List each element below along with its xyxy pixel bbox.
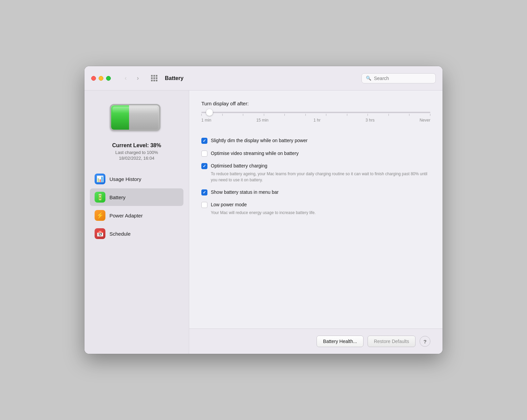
title-bar: ‹ › Battery 🔍 xyxy=(84,66,443,90)
last-charged-label: Last charged to 100% xyxy=(112,150,161,155)
slider-label-3hrs: 3 hrs xyxy=(366,118,375,123)
sidebar-item-battery[interactable]: 🔋 Battery xyxy=(90,188,183,206)
usage-history-icon: 📊 xyxy=(95,174,105,184)
battery-status-label: Show battery status in menu bar xyxy=(211,189,279,195)
slider-label-never: Never xyxy=(420,118,430,123)
sidebar-item-usage-history[interactable]: 📊 Usage History xyxy=(90,170,183,188)
search-input[interactable] xyxy=(374,76,431,81)
battery-sheen xyxy=(112,107,158,113)
slider-label-1hr: 1 hr xyxy=(313,118,321,123)
display-off-section: Turn display off after: xyxy=(201,101,430,125)
optimised-charging-checkbox-wrapper[interactable] xyxy=(201,163,207,169)
optimised-charging-label: Optimised battery charging xyxy=(211,163,267,168)
slider-label-1min: 1 min xyxy=(201,118,211,123)
slider-tick xyxy=(284,114,285,116)
low-power-desc: Your Mac will reduce energy usage to inc… xyxy=(211,210,430,216)
battery-status-text: Show battery status in menu bar xyxy=(211,189,430,196)
restore-defaults-button[interactable]: Restore Defaults xyxy=(368,336,416,347)
sidebar-item-power-adapter[interactable]: ⚡ Power Adapter xyxy=(90,207,183,224)
video-streaming-checkbox-wrapper[interactable] xyxy=(201,151,207,157)
slider-ticks xyxy=(201,114,430,116)
sidebar-item-schedule[interactable]: 📅 Schedule xyxy=(90,225,183,242)
charge-date: 18/02/2022, 16:04 xyxy=(112,156,161,161)
option-battery-status: Show battery status in menu bar xyxy=(201,189,430,196)
main-content: Current Level: 38% Last charged to 100% … xyxy=(84,90,443,354)
slider-tick xyxy=(326,114,326,116)
sidebar-item-label: Schedule xyxy=(109,231,131,237)
forward-button[interactable]: › xyxy=(132,73,143,84)
battery-body xyxy=(110,104,160,131)
option-dim-display: Slightly dim the display while on batter… xyxy=(201,137,430,144)
slider-tick xyxy=(222,114,223,116)
search-bar[interactable]: 🔍 xyxy=(361,73,436,83)
low-power-label: Low power mode xyxy=(211,202,247,207)
low-power-text: Low power mode Your Mac will reduce ener… xyxy=(211,202,430,216)
back-button[interactable]: ‹ xyxy=(120,73,131,84)
slider-labels: 1 min 15 min 1 hr 3 hrs Never xyxy=(201,118,430,123)
video-streaming-checkbox[interactable] xyxy=(201,151,207,157)
video-streaming-text: Optimise video streaming while on batter… xyxy=(211,150,430,157)
options-section: Slightly dim the display while on batter… xyxy=(201,137,430,222)
help-button[interactable]: ? xyxy=(420,336,430,347)
sidebar: Current Level: 38% Last charged to 100% … xyxy=(84,90,189,354)
system-preferences-window: ‹ › Battery 🔍 xyxy=(84,66,443,354)
display-off-label: Turn display off after: xyxy=(201,101,430,106)
slider-tick xyxy=(201,114,202,116)
search-icon: 🔍 xyxy=(366,76,371,81)
right-panel-wrapper: Turn display off after: xyxy=(189,90,443,354)
optimised-charging-desc: To reduce battery ageing, your Mac learn… xyxy=(211,171,430,183)
grid-view-button[interactable] xyxy=(149,73,159,84)
slider-tick xyxy=(409,114,409,116)
battery-status-checkbox[interactable] xyxy=(201,189,207,195)
option-optimised-charging: Optimised battery charging To reduce bat… xyxy=(201,163,430,183)
option-video-streaming: Optimise video streaming while on batter… xyxy=(201,150,430,157)
close-button[interactable] xyxy=(91,76,96,81)
battery-info: Current Level: 38% Last charged to 100% … xyxy=(112,142,161,161)
dim-display-text: Slightly dim the display while on batter… xyxy=(211,137,430,144)
slider-container[interactable]: 1 min 15 min 1 hr 3 hrs Never xyxy=(201,112,430,123)
nav-buttons: ‹ › xyxy=(120,73,143,84)
low-power-checkbox-wrapper[interactable] xyxy=(201,202,207,208)
battery-nav-icon: 🔋 xyxy=(95,192,105,203)
right-panel: Turn display off after: xyxy=(189,90,443,329)
slider-tick xyxy=(388,114,389,116)
battery-level: Current Level: 38% xyxy=(112,142,161,149)
battery-icon xyxy=(110,101,164,134)
option-low-power: Low power mode Your Mac will reduce ener… xyxy=(201,202,430,216)
schedule-icon: 📅 xyxy=(95,228,105,239)
battery-status-checkbox-wrapper[interactable] xyxy=(201,189,207,195)
slider-track xyxy=(201,112,430,113)
battery-health-button[interactable]: Battery Health... xyxy=(317,336,363,347)
dim-display-checkbox[interactable] xyxy=(201,138,207,144)
window-title: Battery xyxy=(165,75,356,81)
grid-icon xyxy=(151,75,157,81)
sidebar-item-label: Usage History xyxy=(109,176,141,182)
video-streaming-label: Optimise video streaming while on batter… xyxy=(211,151,299,156)
sidebar-item-label: Power Adapter xyxy=(109,213,143,218)
slider-tick xyxy=(430,114,430,116)
power-adapter-icon: ⚡ xyxy=(95,210,105,221)
bottom-bar: Battery Health... Restore Defaults ? xyxy=(189,329,443,354)
slider-tick xyxy=(305,114,306,116)
slider-tick xyxy=(347,114,347,116)
traffic-lights xyxy=(91,76,111,81)
sidebar-item-label: Battery xyxy=(109,194,126,200)
slider-tick xyxy=(264,114,264,116)
dim-display-label: Slightly dim the display while on batter… xyxy=(211,138,307,143)
slider-tick xyxy=(368,114,368,116)
slider-tick xyxy=(243,114,243,116)
low-power-checkbox[interactable] xyxy=(201,202,207,208)
optimised-charging-checkbox[interactable] xyxy=(201,163,207,169)
maximize-button[interactable] xyxy=(106,76,111,81)
optimised-charging-text: Optimised battery charging To reduce bat… xyxy=(211,163,430,183)
dim-display-checkbox-wrapper[interactable] xyxy=(201,138,207,144)
slider-label-15min: 15 min xyxy=(256,118,269,123)
minimize-button[interactable] xyxy=(99,76,103,81)
sidebar-nav: 📊 Usage History 🔋 Battery ⚡ Power Adapte… xyxy=(90,170,183,243)
